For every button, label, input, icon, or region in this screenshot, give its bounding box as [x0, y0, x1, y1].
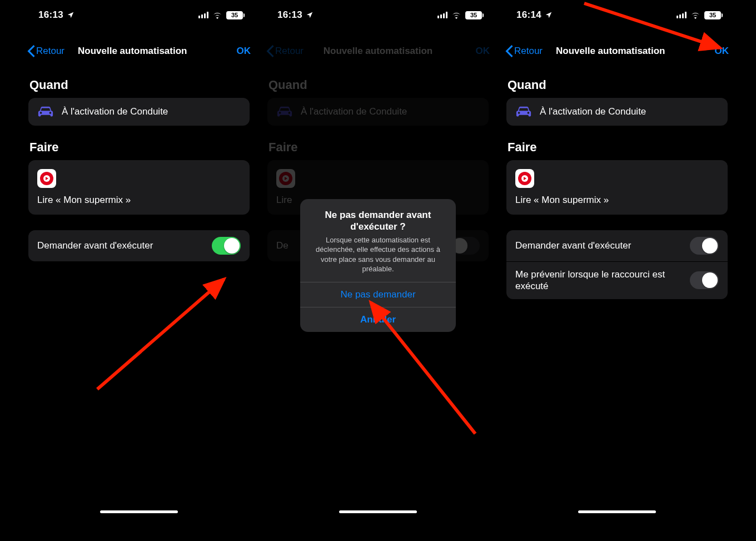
ask-before-run-row[interactable]: Demander avant d'exécuter [28, 230, 250, 261]
status-right: 35 [437, 11, 482, 19]
dialog-cancel-button[interactable]: Annuler [300, 307, 456, 332]
location-icon [306, 11, 314, 19]
youtube-music-icon [37, 169, 56, 188]
ask-before-run-toggle[interactable] [690, 237, 719, 255]
ask-before-run-row[interactable]: Demander avant d'exécuter [506, 230, 728, 261]
when-header: Quand [508, 78, 727, 92]
cellular-icon [198, 12, 208, 18]
action-label: Lire « Mon supermix » [37, 195, 131, 206]
do-header: Faire [508, 140, 727, 155]
notify-when-run-row[interactable]: Me prévenir lorsque le raccourci est exé… [506, 262, 728, 299]
ok-button[interactable]: OK [237, 46, 251, 57]
action-row[interactable]: Lire « Mon supermix » [506, 160, 728, 215]
action-label: Lire « Mon supermix » [515, 195, 609, 206]
dialog-message: Lorsque cette automatisation est déclenc… [310, 235, 446, 274]
nav-bar: Retour Nouvelle automatisation OK [498, 39, 737, 63]
cellular-icon [677, 12, 687, 18]
status-right: 35 [198, 11, 243, 19]
nav-title: Nouvelle automatisation [78, 46, 187, 57]
status-right: 35 [677, 11, 721, 19]
battery-icon: 35 [226, 11, 243, 19]
home-indicator[interactable] [578, 510, 656, 513]
car-icon [515, 106, 532, 118]
cellular-icon [437, 12, 447, 18]
nav-bar: Retour Nouvelle automatisation OK [19, 39, 258, 63]
location-icon [67, 11, 74, 19]
battery-icon: 35 [465, 11, 482, 19]
notify-when-run-toggle[interactable] [690, 271, 719, 289]
notify-when-run-label: Me prévenir lorsque le raccourci est exé… [515, 269, 682, 292]
screen-1: 16:13 35 Retour Nouvelle automatisation … [19, 0, 258, 518]
battery-icon: 35 [704, 11, 721, 19]
confirm-dialog: Ne pas demander avant d'exécuter ? Lorsq… [300, 199, 456, 332]
status-time-group: 16:13 [38, 9, 74, 21]
wifi-icon [212, 12, 222, 19]
back-button[interactable]: Retour [27, 45, 64, 57]
ask-before-run-toggle[interactable] [212, 237, 241, 255]
status-bar: 16:13 35 [19, 0, 258, 30]
status-bar: 16:13 35 [258, 0, 498, 30]
wifi-icon [690, 12, 700, 19]
ask-before-run-label: Demander avant d'exécuter [515, 240, 631, 251]
status-time: 16:14 [516, 9, 541, 21]
youtube-music-icon [515, 169, 534, 188]
chevron-left-icon [27, 45, 35, 57]
when-trigger-label: À l'activation de Conduite [62, 106, 168, 117]
dialog-title: Ne pas demander avant d'exécuter ? [310, 209, 446, 233]
content-area: Quand À l'activation de Conduite Faire L… [498, 70, 737, 299]
status-time: 16:13 [38, 9, 63, 21]
content-area: Quand À l'activation de Conduite Faire L… [19, 70, 258, 261]
status-time-group: 16:14 [516, 9, 553, 21]
status-time: 16:13 [277, 9, 302, 21]
action-row[interactable]: Lire « Mon supermix » [28, 160, 250, 215]
chevron-left-icon [505, 45, 513, 57]
home-indicator[interactable] [100, 510, 178, 513]
back-label: Retour [36, 46, 64, 57]
when-trigger-label: À l'activation de Conduite [540, 106, 646, 117]
ask-before-run-label: Demander avant d'exécuter [37, 240, 153, 251]
screen-3: 16:14 35 Retour Nouvelle automatisation … [498, 0, 737, 518]
nav-title: Nouvelle automatisation [556, 46, 665, 57]
when-trigger-row[interactable]: À l'activation de Conduite [28, 98, 250, 126]
back-label: Retour [514, 46, 543, 57]
home-indicator[interactable] [339, 510, 417, 513]
when-trigger-row[interactable]: À l'activation de Conduite [506, 98, 728, 126]
when-header: Quand [29, 78, 248, 92]
do-header: Faire [29, 140, 248, 155]
location-icon [545, 11, 553, 19]
screen-2: 16:13 35 Retour Nouvelle automatisation … [258, 0, 498, 518]
back-button[interactable]: Retour [505, 45, 543, 57]
car-icon [37, 106, 54, 118]
ok-button[interactable]: OK [715, 46, 729, 57]
status-time-group: 16:13 [277, 9, 314, 21]
wifi-icon [451, 12, 461, 19]
status-bar: 16:14 35 [498, 0, 737, 30]
dialog-confirm-button[interactable]: Ne pas demander [300, 282, 456, 307]
